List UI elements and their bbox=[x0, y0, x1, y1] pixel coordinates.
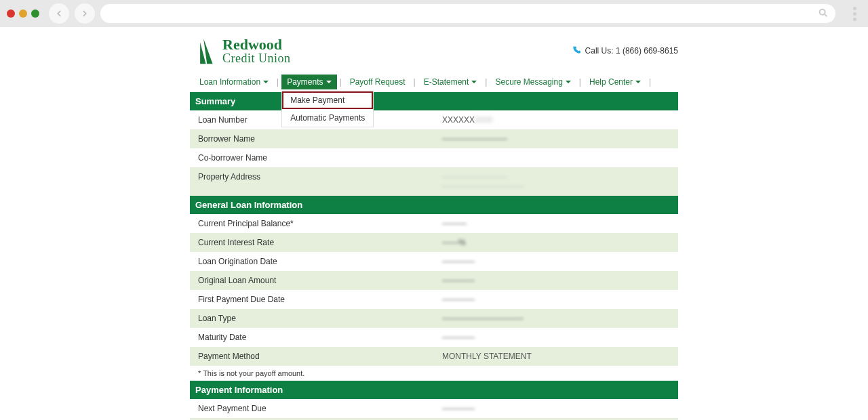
table-row: Maturity Date ———— bbox=[190, 328, 678, 347]
maturity-date-value: ———— bbox=[434, 331, 678, 344]
coborrower-name-value bbox=[434, 151, 678, 165]
browser-menu-button[interactable] bbox=[848, 7, 861, 21]
nav-separator: | bbox=[414, 77, 416, 87]
payment-method-label: Payment Method bbox=[190, 350, 434, 363]
principal-balance-label: Current Principal Balance* bbox=[190, 217, 434, 230]
dropdown-make-payment[interactable]: Make Payment bbox=[282, 91, 373, 109]
close-window-button[interactable] bbox=[7, 9, 15, 18]
chevron-down-icon bbox=[566, 81, 571, 83]
orig-date-value: ———— bbox=[434, 255, 678, 268]
orig-amount-value: ———— bbox=[434, 274, 678, 287]
dropdown-automatic-payments[interactable]: Automatic Payments bbox=[282, 109, 373, 127]
payment-method-value: MONTHLY STATEMENT bbox=[434, 350, 678, 363]
forward-button[interactable] bbox=[75, 3, 95, 24]
table-row: Loan Number XXXXXX0000 bbox=[190, 110, 678, 129]
page-scroll-area[interactable]: Redwood Credit Union Call Us: 1 (866) 66… bbox=[0, 27, 868, 420]
page-container: Redwood Credit Union Call Us: 1 (866) 66… bbox=[190, 27, 678, 420]
main-nav: Loan Information | Payments Make Payment… bbox=[194, 72, 678, 92]
nav-estatement[interactable]: E-Statement bbox=[418, 75, 483, 89]
table-row: Current Interest Rate ——% bbox=[190, 233, 678, 252]
svg-marker-3 bbox=[203, 39, 212, 64]
interest-rate-value: ——% bbox=[434, 236, 678, 249]
brand-name-line2: Credit Union bbox=[222, 52, 291, 65]
table-row: Current Principal Balance* ——— bbox=[190, 214, 678, 233]
browser-chrome bbox=[0, 0, 868, 27]
window-controls bbox=[7, 9, 39, 18]
brand-logo[interactable]: Redwood Credit Union bbox=[190, 37, 291, 65]
orig-amount-label: Original Loan Amount bbox=[190, 274, 434, 287]
orig-date-label: Loan Origination Date bbox=[190, 255, 434, 268]
section-summary-header: Summary bbox=[190, 92, 678, 110]
borrower-name-value: ———————— bbox=[434, 132, 678, 146]
next-due-value: ———— bbox=[434, 402, 678, 415]
nav-help-center[interactable]: Help Center bbox=[584, 75, 646, 89]
coborrower-name-label: Co-borrower Name bbox=[190, 151, 434, 165]
brand-name-line1: Redwood bbox=[222, 37, 291, 52]
first-due-label: First Payment Due Date bbox=[190, 293, 434, 306]
nav-payments[interactable]: Payments bbox=[281, 75, 336, 89]
table-row: Next Payment Due ———— bbox=[190, 399, 678, 418]
table-row: Co-borrower Name bbox=[190, 148, 678, 167]
loan-number-value: XXXXXX0000 bbox=[434, 113, 678, 127]
nav-separator: | bbox=[579, 77, 581, 87]
principal-balance-value: ——— bbox=[434, 217, 678, 230]
table-row: Payment Method MONTHLY STATEMENT bbox=[190, 347, 678, 366]
nav-separator: | bbox=[277, 77, 279, 87]
tree-icon bbox=[190, 37, 218, 65]
payments-dropdown: Make Payment Automatic Payments bbox=[281, 91, 374, 127]
section-general-header: General Loan Information bbox=[190, 196, 678, 214]
table-row: Property Address ———————— —————————— bbox=[190, 167, 678, 196]
nav-separator: | bbox=[649, 77, 651, 87]
nav-separator: | bbox=[485, 77, 487, 87]
chevron-down-icon bbox=[326, 81, 332, 83]
search-icon bbox=[818, 7, 829, 20]
nav-secure-messaging[interactable]: Secure Messaging bbox=[490, 75, 576, 89]
next-due-label: Next Payment Due bbox=[190, 402, 434, 415]
table-row: Loan Origination Date ———— bbox=[190, 252, 678, 271]
svg-point-0 bbox=[820, 9, 825, 14]
address-bar[interactable] bbox=[100, 4, 835, 23]
table-row: Loan Type —————————— bbox=[190, 309, 678, 328]
phone-icon bbox=[572, 45, 581, 57]
minimize-window-button[interactable] bbox=[19, 9, 27, 18]
property-address-label: Property Address bbox=[190, 170, 434, 193]
section-payment-header: Payment Information bbox=[190, 381, 678, 399]
maximize-window-button[interactable] bbox=[31, 9, 39, 18]
nav-loan-information[interactable]: Loan Information bbox=[194, 75, 274, 89]
loan-type-value: —————————— bbox=[434, 312, 678, 325]
table-row: Original Loan Amount ———— bbox=[190, 271, 678, 290]
first-due-value: ———— bbox=[434, 293, 678, 306]
nav-separator: | bbox=[340, 77, 342, 87]
borrower-name-label: Borrower Name bbox=[190, 132, 434, 146]
call-us-label: Call Us: 1 (866) 669-8615 bbox=[585, 46, 678, 56]
nav-payments-wrap: Payments Make Payment Automatic Payments bbox=[281, 75, 336, 89]
call-us[interactable]: Call Us: 1 (866) 669-8615 bbox=[572, 45, 678, 57]
interest-rate-label: Current Interest Rate bbox=[190, 236, 434, 249]
property-address-value: ———————— —————————— bbox=[434, 170, 678, 193]
maturity-date-label: Maturity Date bbox=[190, 331, 434, 344]
chevron-down-icon bbox=[471, 81, 477, 83]
table-row: Borrower Name ———————— bbox=[190, 129, 678, 148]
nav-payoff-request[interactable]: Payoff Request bbox=[344, 75, 411, 89]
chevron-down-icon bbox=[635, 81, 641, 83]
back-button[interactable] bbox=[49, 3, 69, 24]
svg-line-1 bbox=[825, 14, 827, 16]
payoff-note: * This is not your payoff amount. bbox=[190, 366, 678, 381]
chevron-down-icon bbox=[263, 81, 269, 83]
page-header: Redwood Credit Union Call Us: 1 (866) 66… bbox=[190, 34, 678, 72]
loan-type-label: Loan Type bbox=[190, 312, 434, 325]
table-row: First Payment Due Date ———— bbox=[190, 290, 678, 309]
